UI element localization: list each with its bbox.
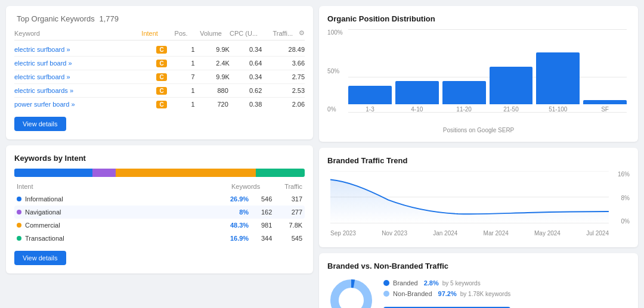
intent-col-keywords: Keywords (225, 183, 267, 190)
trend-x-nov23: Nov 2023 (382, 230, 407, 237)
intent-dot (17, 210, 21, 214)
trend-x-may24: May 2024 (534, 230, 561, 237)
traffic-cell: 28.49 (272, 46, 305, 53)
branded-desc: by 5 keywords (442, 280, 481, 287)
col-cpc-header: CPC (U... (227, 30, 260, 37)
keyword-cell: power surfer board » (14, 101, 144, 108)
intent-bar-segment (92, 169, 116, 177)
volume-cell: 9.9K (206, 46, 239, 53)
intent-col-intent: Intent (17, 183, 225, 190)
branded-container: Branded 2.8% by 5 keywords Non-Branded 9… (327, 276, 630, 308)
trend-y-8: 8% (612, 195, 630, 201)
intent-dot (17, 236, 21, 241)
position-y-labels: 100% 50% 0% (327, 29, 345, 113)
cpc-cell: 0.34 (239, 73, 272, 80)
keyword-table-row: electric surfboard » C 1 9.9K 0.34 28.49 (14, 43, 305, 57)
pos-cell: 1 (179, 60, 206, 67)
keyword-cell: electric surfboard » (14, 73, 144, 80)
keyword-link[interactable]: electric surfboard » (14, 73, 70, 80)
intent-pct: 16.9% (225, 235, 249, 242)
top-keywords-view-details-button[interactable]: View details (14, 117, 66, 131)
position-bar-group: 4-10 (395, 29, 439, 113)
intent-row: Commercial 48.3% 981 7.8K (14, 219, 305, 232)
donut-chart (327, 276, 375, 308)
intent-bar-segment (256, 169, 305, 177)
col-intent-header: Intent (132, 30, 168, 37)
intent-keywords: 981 (255, 222, 278, 229)
keyword-table-row: power surfer board » C 1 720 0.38 2.06 (14, 98, 305, 111)
position-x-label: 11-20 (456, 106, 472, 113)
keyword-table-row: electric surfboard » C 7 9.9K 0.34 2.75 (14, 70, 305, 84)
branded-traffic-trend-card: Branded Traffic Trend 16% 8% 0% (319, 148, 638, 247)
keyword-cell: electric surfboards » (14, 87, 144, 94)
intent-cell: C (144, 87, 179, 94)
intent-view-details-button[interactable]: View details (14, 251, 66, 265)
intent-pct: 26.9% (225, 195, 249, 203)
position-x-label: 21-50 (503, 106, 519, 113)
trend-y-16: 16% (612, 171, 630, 178)
legend-nonbranded-row: Non-Branded 97.2% by 1.78K keywords (383, 290, 510, 297)
traffic-cell: 3.66 (272, 60, 305, 67)
intent-cell: C (144, 46, 179, 53)
position-x-axis-label: Positions on Google SERP (327, 127, 630, 133)
intent-pct: 48.3% (225, 222, 249, 229)
trend-y-labels: 16% 8% 0% (612, 171, 630, 225)
intent-keywords: 546 (255, 195, 278, 203)
intent-badge: C (156, 60, 166, 67)
organic-position-dist-card: Organic Position Distribution 100% 50% 0… (319, 6, 638, 142)
intent-rows: Informational 26.9% 546 317 Navigational… (14, 192, 305, 245)
y-label-100: 100% (327, 29, 345, 36)
intent-label: Transactional (25, 235, 225, 242)
keyword-link[interactable]: electric surfboard » (14, 46, 70, 53)
position-bars: 1-3 4-10 11-20 21-50 51-100 SF (348, 29, 627, 113)
intent-keywords: 162 (255, 209, 278, 216)
intent-label: Navigational (25, 209, 225, 216)
intent-cell: C (144, 73, 179, 80)
position-bar (490, 67, 533, 104)
trend-line-svg (330, 171, 609, 223)
y-label-50: 50% (327, 68, 345, 74)
position-bar-group: 11-20 (442, 29, 486, 113)
intent-row: Transactional 16.9% 344 545 (14, 232, 305, 245)
position-chart-area: 100% 50% 0% 1-3 4-10 11-20 21-50 51-100 … (327, 29, 630, 125)
top-organic-keywords-card: Top Organic Keywords 1,779 Keyword Inten… (6, 6, 313, 139)
keyword-link[interactable]: electric surfboards » (14, 87, 73, 94)
position-bar-group: 21-50 (490, 29, 533, 113)
position-bar (442, 81, 486, 104)
nonbranded-desc: by 1.78K keywords (460, 291, 511, 297)
keyword-link[interactable]: electric surf board » (14, 60, 72, 67)
intent-traffic: 317 (278, 195, 302, 203)
intent-pct: 8% (225, 209, 249, 216)
cpc-cell: 0.62 (239, 87, 272, 94)
branded-pct: 2.8% (424, 279, 439, 287)
intent-row: Navigational 8% 162 277 (14, 206, 305, 219)
trend-x-mar24: Mar 2024 (484, 230, 509, 237)
intent-badge: C (156, 87, 166, 95)
position-bar (583, 100, 627, 104)
intent-badge: C (156, 101, 166, 108)
intent-badge: C (156, 73, 166, 81)
keywords-table-body: electric surfboard » C 1 9.9K 0.34 28.49… (14, 43, 305, 111)
position-bar (395, 81, 439, 104)
trend-x-sep23: Sep 2023 (330, 230, 356, 237)
pos-cell: 1 (179, 101, 206, 108)
keyword-cell: electric surfboard » (14, 46, 144, 53)
pos-cell: 7 (179, 73, 206, 80)
intent-traffic: 545 (278, 235, 302, 242)
intent-dot (17, 223, 21, 228)
col-volume-header: Volume (194, 30, 227, 37)
position-bar-group: 1-3 (348, 29, 392, 113)
position-bar-group: SF (583, 29, 627, 113)
branded-vs-title: Branded vs. Non-Branded Traffic (327, 262, 630, 270)
intent-table-header: Intent Keywords Traffic (14, 183, 305, 190)
keyword-table-row: electric surfboards » C 1 880 0.62 2.53 (14, 84, 305, 98)
branded-dot (383, 280, 389, 286)
nonbranded-label: Non-Branded (393, 290, 432, 297)
pos-cell: 1 (179, 46, 206, 53)
organic-position-title: Organic Position Distribution (327, 14, 630, 23)
cpc-cell: 0.38 (239, 101, 272, 108)
volume-cell: 2.4K (206, 60, 239, 67)
col-pos-header: Pos. (168, 30, 194, 37)
keyword-link[interactable]: power surfer board » (14, 101, 75, 108)
filter-icon[interactable]: ⚙ (293, 29, 305, 37)
